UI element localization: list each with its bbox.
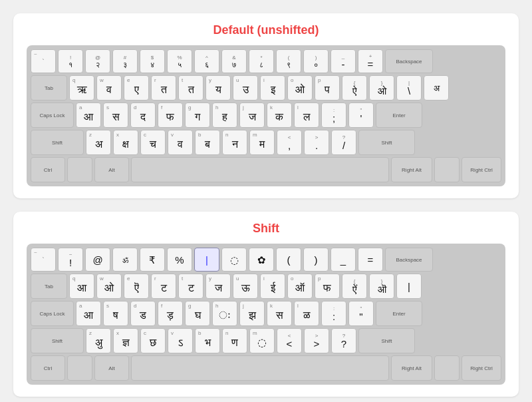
shift-key-y[interactable]: yज bbox=[205, 274, 231, 299]
key-minus[interactable]: _- bbox=[331, 49, 356, 73]
shift-key-5[interactable]: % bbox=[167, 248, 192, 272]
shift-key-tab[interactable]: Tab bbox=[31, 274, 67, 299]
key-shift-right[interactable]: Shift bbox=[358, 130, 415, 155]
shift-key-lbracket[interactable]: {ऐं bbox=[342, 274, 367, 299]
shift-key-backspace[interactable]: Backspace bbox=[385, 248, 433, 272]
shift-key-equals[interactable]: = bbox=[358, 248, 383, 272]
shift-key-7[interactable]: ◌ bbox=[221, 248, 247, 272]
shift-key-j[interactable]: jझ bbox=[239, 301, 265, 326]
shift-key-quote[interactable]: "" bbox=[348, 301, 374, 326]
key-d[interactable]: dद bbox=[130, 102, 156, 128]
shift-key-ctrl-left[interactable]: Ctrl bbox=[31, 355, 65, 381]
key-rbracket[interactable]: }ओ bbox=[369, 75, 394, 100]
shift-key-period[interactable]: >> bbox=[304, 328, 329, 353]
shift-key-minus[interactable]: _ bbox=[331, 248, 356, 272]
key-k[interactable]: kक bbox=[267, 102, 292, 128]
key-q-extra[interactable]: अ bbox=[424, 75, 449, 100]
key-a[interactable]: aआ bbox=[76, 102, 101, 128]
shift-key-0[interactable]: ) bbox=[303, 248, 329, 272]
shift-key-p[interactable]: pफ bbox=[315, 274, 340, 299]
shift-key-n[interactable]: nण bbox=[222, 328, 247, 353]
shift-key-enter[interactable]: Enter bbox=[376, 301, 422, 326]
key-v[interactable]: vव bbox=[168, 130, 193, 155]
shift-key-l[interactable]: lळ bbox=[294, 301, 319, 326]
shift-key-right-ctrl[interactable]: Right Ctrl bbox=[462, 355, 501, 381]
key-equals[interactable]: += bbox=[358, 49, 383, 73]
shift-key-meta-left[interactable] bbox=[67, 355, 92, 381]
key-right-ctrl[interactable]: Right Ctrl bbox=[462, 157, 501, 182]
shift-key-slash[interactable]: ?? bbox=[331, 328, 356, 353]
key-i[interactable]: iइ bbox=[260, 75, 285, 100]
shift-key-t[interactable]: tट bbox=[178, 274, 203, 299]
key-7[interactable]: &७ bbox=[221, 49, 247, 73]
key-0[interactable]: )० bbox=[303, 49, 329, 73]
shift-key-semicolon[interactable]: :: bbox=[321, 301, 346, 326]
shift-key-8[interactable]: ✿ bbox=[249, 248, 274, 272]
key-q[interactable]: qऋ bbox=[69, 75, 94, 100]
shift-key-6[interactable]: | bbox=[194, 248, 219, 272]
key-ctrl-left[interactable]: Ctrl bbox=[31, 157, 65, 182]
key-lbracket[interactable]: {ऐ bbox=[342, 75, 367, 100]
shift-key-b[interactable]: bभ bbox=[195, 328, 220, 353]
key-5[interactable]: %५ bbox=[167, 49, 192, 73]
key-f[interactable]: fफ bbox=[158, 102, 183, 128]
key-2[interactable]: @२ bbox=[85, 49, 110, 73]
shift-key-i[interactable]: iई bbox=[260, 274, 285, 299]
shift-key-s[interactable]: sष bbox=[103, 301, 128, 326]
key-alt-left[interactable]: Alt bbox=[94, 157, 129, 182]
shift-key-4[interactable]: ₹ bbox=[140, 248, 165, 272]
key-c[interactable]: cच bbox=[140, 130, 166, 155]
shift-key-x[interactable]: xज्ञ bbox=[113, 328, 138, 353]
shift-key-o[interactable]: oऑ bbox=[287, 274, 313, 299]
shift-key-v[interactable]: vऽ bbox=[168, 328, 193, 353]
key-g[interactable]: gग bbox=[185, 102, 210, 128]
key-m[interactable]: mम bbox=[249, 130, 275, 155]
key-slash[interactable]: ?/ bbox=[331, 130, 356, 155]
key-backspace[interactable]: Backspace bbox=[385, 49, 433, 73]
shift-key-alt-left[interactable]: Alt bbox=[94, 355, 129, 381]
shift-key-d[interactable]: dड bbox=[130, 301, 156, 326]
shift-key-shift-right[interactable]: Shift bbox=[358, 328, 415, 353]
shift-key-k[interactable]: kस bbox=[267, 301, 292, 326]
shift-key-2[interactable]: @ bbox=[85, 248, 110, 272]
key-capslock[interactable]: Caps Lock bbox=[31, 102, 74, 128]
key-o[interactable]: oओ bbox=[287, 75, 313, 100]
shift-key-m[interactable]: m◌ bbox=[249, 328, 275, 353]
shift-key-rbracket[interactable]: }ऒ bbox=[369, 274, 394, 299]
key-b[interactable]: bब bbox=[195, 130, 220, 155]
key-n[interactable]: nन bbox=[222, 130, 247, 155]
key-s[interactable]: sस bbox=[103, 102, 128, 128]
key-semicolon[interactable]: :; bbox=[321, 102, 346, 128]
key-8[interactable]: *८ bbox=[249, 49, 274, 73]
key-r[interactable]: rत bbox=[151, 75, 176, 100]
key-comma[interactable]: <, bbox=[277, 130, 302, 155]
shift-key-a[interactable]: aआ bbox=[76, 301, 101, 326]
shift-key-backslash[interactable]: | bbox=[396, 274, 422, 299]
key-meta-right[interactable] bbox=[434, 157, 460, 182]
shift-key-space[interactable] bbox=[131, 355, 389, 381]
key-w[interactable]: wव bbox=[96, 75, 122, 100]
shift-key-u[interactable]: uऊ bbox=[233, 274, 258, 299]
shift-key-f[interactable]: fड़ bbox=[158, 301, 183, 326]
shift-key-r[interactable]: rट bbox=[151, 274, 176, 299]
shift-key-e[interactable]: eऎ bbox=[124, 274, 149, 299]
key-9[interactable]: (९ bbox=[276, 49, 301, 73]
key-enter[interactable]: Enter bbox=[376, 102, 422, 128]
shift-key-q[interactable]: qआ bbox=[69, 274, 94, 299]
shift-key-g[interactable]: gघ bbox=[185, 301, 210, 326]
key-meta-left[interactable] bbox=[67, 157, 92, 182]
shift-key-c[interactable]: cछ bbox=[140, 328, 166, 353]
key-u[interactable]: uउ bbox=[233, 75, 258, 100]
shift-key-h[interactable]: h◌ः bbox=[212, 301, 237, 326]
key-1[interactable]: !१ bbox=[58, 49, 83, 73]
shift-key-9[interactable]: ( bbox=[276, 248, 301, 272]
shift-key-comma[interactable]: << bbox=[277, 328, 302, 353]
key-l[interactable]: lल bbox=[294, 102, 319, 128]
shift-key-w[interactable]: wओ bbox=[96, 274, 122, 299]
key-backtick[interactable]: ~` bbox=[31, 49, 56, 73]
key-6[interactable]: ^६ bbox=[194, 49, 219, 73]
key-backslash[interactable]: |\ bbox=[396, 75, 422, 100]
shift-key-shift-left[interactable]: Shift bbox=[31, 328, 84, 353]
key-tab[interactable]: Tab bbox=[31, 75, 67, 100]
key-j[interactable]: jज bbox=[239, 102, 265, 128]
